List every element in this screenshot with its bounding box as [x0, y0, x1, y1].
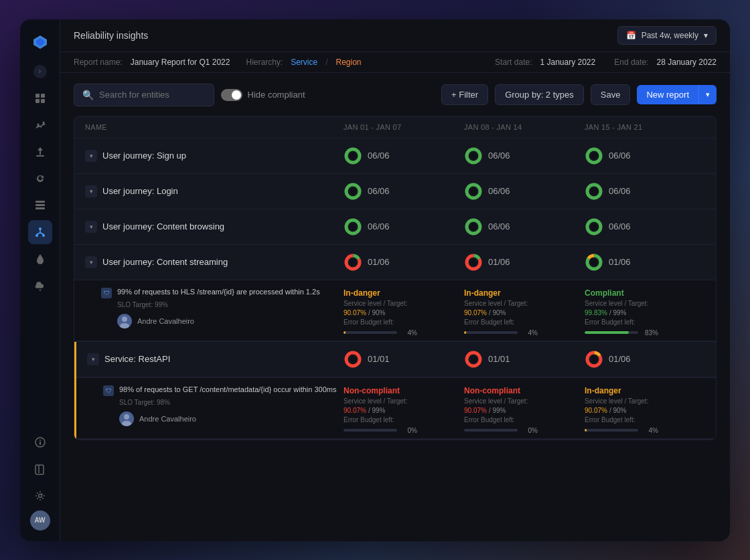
slo-owner-row: Andre Cavalheiro [117, 314, 344, 329]
sidebar-collapse-btn[interactable]: › [33, 65, 47, 78]
status-badge: In-danger [585, 386, 705, 395]
slo-info: 🛡 99% of requests to HLS /stream/{id} ar… [101, 287, 344, 337]
error-budget-bar: 4% [585, 427, 705, 434]
score-text: 06/06 [488, 186, 510, 196]
new-report-label: New report [637, 85, 698, 104]
slo-icon: 🛡 [101, 288, 112, 298]
sidebar-icon-refresh[interactable] [28, 167, 52, 191]
chevron-down-icon: ▾ [704, 31, 708, 40]
journey-row-header[interactable]: ▾ User journey: Sign up 06/06 [74, 138, 716, 173]
period2-cell: 01/06 [464, 253, 585, 272]
expand-chevron[interactable]: ▾ [85, 185, 97, 197]
hide-compliant-toggle[interactable] [221, 89, 242, 101]
slo-description: 99% of requests to HLS /stream/{id} are … [117, 287, 320, 297]
start-date-value: 1 January 2022 [540, 58, 595, 67]
sidebar: › [20, 19, 60, 541]
status-badge: In-danger [464, 288, 585, 298]
service-level-value: 90.07% [464, 309, 487, 316]
status-donut [344, 147, 362, 165]
sidebar-icon-info[interactable] [28, 430, 52, 454]
expand-chevron[interactable]: ▾ [85, 256, 97, 268]
expand-chevron[interactable]: ▾ [85, 150, 97, 162]
score-text: 06/06 [609, 221, 631, 231]
error-budget-bar: 0% [344, 427, 464, 434]
svg-point-62 [470, 356, 477, 363]
new-report-caret[interactable]: ▾ [698, 86, 717, 104]
slo-info: 🛡 98% of requests to GET /content/metada… [103, 385, 344, 434]
journey-row-header[interactable]: ▾ User journey: Login 06/06 [74, 174, 716, 209]
report-meta-bar: Report name: January Report for Q1 2022 … [60, 52, 730, 73]
save-button[interactable]: Save [591, 84, 631, 105]
hierarchy-service-link[interactable]: Service [291, 58, 317, 67]
report-name-label: Report name: [74, 58, 123, 67]
owner-avatar [119, 411, 134, 426]
expand-chevron[interactable]: ▾ [85, 221, 97, 233]
topbar: Reliability insights 📅 Past 4w, weekly ▾ [60, 19, 730, 52]
sidebar-icon-settings[interactable] [28, 484, 52, 508]
period1-cell: 01/01 [344, 350, 464, 369]
hide-compliant-toggle-wrap: Hide compliant [221, 89, 305, 101]
score-text: 01/06 [609, 354, 631, 364]
page-title: Reliability insights [74, 30, 148, 41]
sidebar-icon-dashboard[interactable] [28, 86, 52, 110]
sidebar-icon-droplet[interactable] [28, 247, 52, 271]
period3-status: In-danger Service level / Target: 90.07%… [585, 385, 705, 434]
svg-point-38 [350, 223, 356, 230]
hide-compliant-label: Hide compliant [248, 90, 305, 100]
score-text: 01/06 [368, 257, 390, 267]
expand-chevron[interactable]: ▾ [87, 353, 99, 365]
sidebar-bottom: AW [28, 430, 52, 531]
status-donut [464, 350, 483, 369]
svg-point-4 [37, 123, 39, 125]
error-budget-label: Error Budget left: [585, 318, 705, 326]
service-level-value: 90.07% [344, 309, 366, 316]
status-donut [464, 253, 483, 272]
hierarchy-label: Hierarchy: [246, 58, 283, 67]
period2-status: In-danger Service level / Target: 90.07%… [464, 287, 585, 337]
svg-rect-9 [35, 204, 45, 206]
sidebar-icon-table[interactable] [28, 193, 52, 217]
progress-pct: 0% [522, 427, 538, 434]
sidebar-icon-signal[interactable] [28, 113, 52, 137]
service-target: / 90% [368, 309, 386, 316]
svg-rect-2 [35, 99, 40, 103]
search-icon: 🔍 [82, 90, 94, 100]
journey-row-header[interactable]: ▾ User journey: Content browsing 06/06 [74, 209, 716, 244]
user-avatar[interactable]: AW [30, 510, 50, 531]
new-report-button[interactable]: New report ▾ [637, 85, 717, 104]
status-donut [585, 253, 603, 272]
svg-rect-3 [41, 99, 45, 103]
date-range-button[interactable]: 📅 Past 4w, weekly ▾ [617, 26, 717, 45]
svg-point-20 [350, 153, 356, 159]
hierarchy-region-link[interactable]: Region [336, 58, 362, 67]
progress-pct: 4% [401, 329, 417, 337]
score-text: 06/06 [368, 186, 390, 196]
report-name-value: January Report for Q1 2022 [131, 58, 230, 67]
owner-name: Andre Cavalheiro [137, 317, 194, 325]
filter-button[interactable]: + Filter [441, 84, 488, 105]
search-box[interactable]: 🔍 [74, 84, 214, 106]
svg-point-48 [350, 259, 356, 266]
sidebar-icon-book[interactable] [28, 457, 52, 481]
status-donut [464, 147, 483, 165]
svg-point-12 [35, 234, 38, 237]
svg-point-57 [122, 316, 127, 322]
search-input[interactable] [99, 90, 206, 100]
sidebar-icon-upload[interactable] [28, 140, 52, 164]
toolbar: 🔍 Hide compliant + Filter Group by: 2 ty… [74, 84, 717, 106]
status-donut [464, 182, 483, 201]
sidebar-icon-hierarchy[interactable] [28, 220, 52, 244]
svg-rect-15 [40, 442, 41, 445]
error-budget-label: Error Budget left: [585, 416, 705, 424]
service-row-header[interactable]: ▾ Service: RestAPI 01/01 [76, 342, 716, 377]
score-text: 01/06 [609, 257, 631, 267]
score-text: 01/01 [368, 354, 390, 364]
score-text: 06/06 [368, 221, 390, 231]
period3-cell: 01/06 [585, 253, 705, 272]
sidebar-icon-cloud[interactable] [28, 274, 52, 298]
journey-row-header[interactable]: ▾ User journey: Content streaming 01/06 [74, 245, 716, 280]
group-by-button[interactable]: Group by: 2 types [495, 84, 584, 105]
status-donut [585, 350, 603, 369]
svg-rect-1 [41, 94, 45, 98]
service-level-label: Service level / Target: [344, 300, 464, 307]
